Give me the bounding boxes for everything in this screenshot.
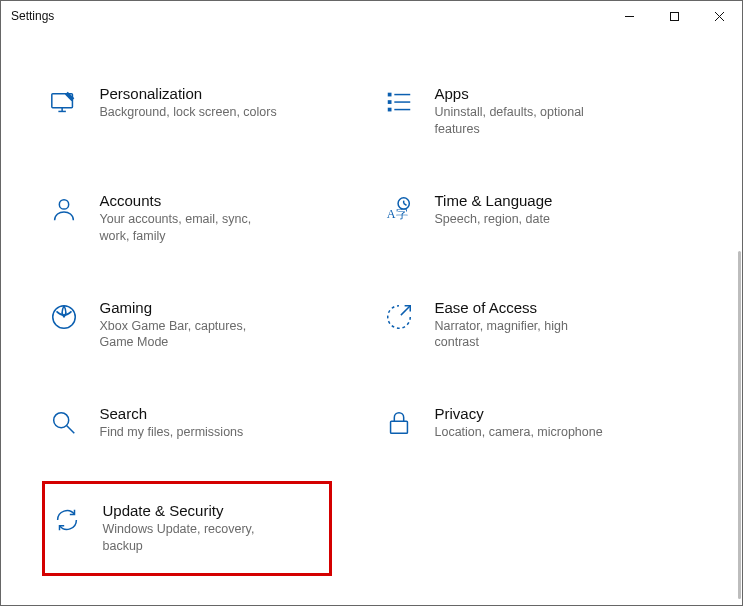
tile-desc: Find my files, permissions	[100, 424, 244, 441]
tile-desc: Xbox Game Bar, captures, Game Mode	[100, 318, 280, 352]
tile-personalization[interactable]: Personalization Background, lock screen,…	[42, 81, 367, 142]
settings-grid: Personalization Background, lock screen,…	[42, 81, 702, 576]
tile-desc: Windows Update, recovery, backup	[103, 521, 283, 555]
svg-line-16	[403, 203, 406, 205]
accounts-icon	[46, 192, 82, 228]
svg-rect-9	[387, 100, 391, 104]
tile-desc: Narrator, magnifier, high contrast	[435, 318, 615, 352]
tile-accounts[interactable]: Accounts Your accounts, email, sync, wor…	[42, 188, 367, 249]
svg-rect-7	[387, 93, 391, 97]
tile-desc: Location, camera, microphone	[435, 424, 603, 441]
svg-point-20	[53, 413, 68, 428]
tile-title: Update & Security	[103, 502, 283, 519]
tile-update-security[interactable]: Update & Security Windows Update, recove…	[42, 481, 332, 576]
tile-apps[interactable]: Apps Uninstall, defaults, optional featu…	[377, 81, 702, 142]
tile-privacy[interactable]: Privacy Location, camera, microphone	[377, 401, 702, 445]
tile-desc: Speech, region, date	[435, 211, 553, 228]
tile-title: Apps	[435, 85, 615, 102]
svg-rect-11	[387, 108, 391, 112]
tile-desc: Uninstall, defaults, optional features	[435, 104, 615, 138]
svg-rect-1	[671, 12, 679, 20]
search-icon	[46, 405, 82, 441]
window-controls	[607, 1, 742, 31]
tile-title: Search	[100, 405, 244, 422]
tile-title: Time & Language	[435, 192, 553, 209]
maximize-button[interactable]	[652, 1, 697, 31]
close-button[interactable]	[697, 1, 742, 31]
tile-gaming[interactable]: Gaming Xbox Game Bar, captures, Game Mod…	[42, 295, 367, 356]
gaming-icon	[46, 299, 82, 335]
apps-icon	[381, 85, 417, 121]
svg-point-13	[59, 199, 68, 208]
svg-line-21	[66, 426, 74, 434]
svg-rect-22	[390, 421, 407, 433]
window-title: Settings	[11, 9, 54, 23]
time-language-icon: A字	[381, 192, 417, 228]
privacy-icon	[381, 405, 417, 441]
personalization-icon	[46, 85, 82, 121]
tile-title: Ease of Access	[435, 299, 615, 316]
settings-content: Personalization Background, lock screen,…	[1, 31, 742, 596]
ease-of-access-icon	[381, 299, 417, 335]
svg-text:A字: A字	[386, 207, 407, 221]
tile-title: Personalization	[100, 85, 277, 102]
minimize-button[interactable]	[607, 1, 652, 31]
tile-desc: Your accounts, email, sync, work, family	[100, 211, 280, 245]
scrollbar[interactable]	[738, 251, 741, 599]
tile-desc: Background, lock screen, colors	[100, 104, 277, 121]
svg-line-19	[400, 305, 409, 314]
tile-title: Privacy	[435, 405, 603, 422]
tile-search[interactable]: Search Find my files, permissions	[42, 401, 367, 445]
tile-title: Accounts	[100, 192, 280, 209]
update-security-icon	[49, 502, 85, 538]
tile-title: Gaming	[100, 299, 280, 316]
tile-ease-of-access[interactable]: Ease of Access Narrator, magnifier, high…	[377, 295, 702, 356]
title-bar: Settings	[1, 1, 742, 31]
tile-time-language[interactable]: A字 Time & Language Speech, region, date	[377, 188, 702, 249]
